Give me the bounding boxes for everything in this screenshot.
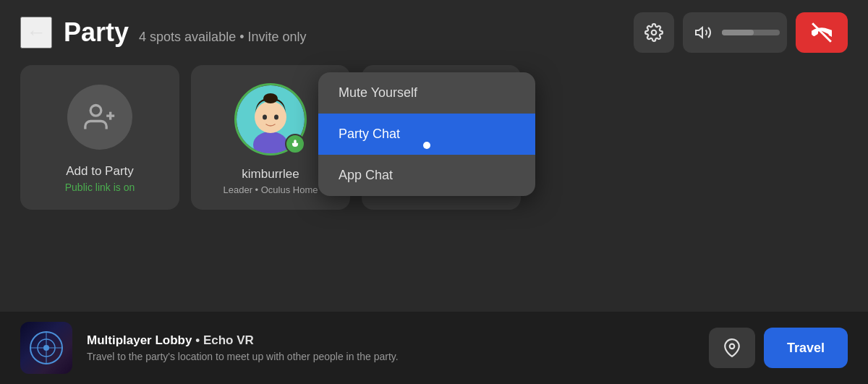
game-thumbnail xyxy=(20,322,72,374)
radio-dot xyxy=(423,142,430,149)
phone-end-icon xyxy=(812,22,832,43)
page-title: Party xyxy=(64,17,129,48)
member-status: Leader • Oculus Home xyxy=(223,184,318,195)
travel-button[interactable]: Travel xyxy=(764,328,848,368)
game-title-multiplayer: Multiplayer Lobby xyxy=(87,333,192,347)
svg-point-0 xyxy=(652,30,657,35)
dropdown-menu: Mute Yourself Party Chat App Chat xyxy=(318,72,535,196)
bottom-actions: Travel xyxy=(709,328,848,368)
header-actions xyxy=(634,12,848,53)
dropdown-item-app-chat[interactable]: App Chat xyxy=(318,155,535,196)
back-arrow-icon: ← xyxy=(26,22,46,43)
add-party-sublabel: Public link is on xyxy=(65,182,135,193)
dropdown-item-mute[interactable]: Mute Yourself xyxy=(318,72,535,114)
add-party-label: Add to Party xyxy=(66,164,134,179)
game-title: Multiplayer Lobby • Echo VR xyxy=(87,333,694,348)
svg-point-8 xyxy=(255,101,286,133)
avatar-wrap xyxy=(234,83,307,155)
settings-button[interactable] xyxy=(634,12,674,53)
volume-slider-fill xyxy=(722,30,754,35)
echo-vr-logo xyxy=(28,330,64,366)
header-subtitle: 4 spots available • Invite only xyxy=(139,30,306,45)
speaker-icon xyxy=(694,24,712,41)
game-info: Multiplayer Lobby • Echo VR Travel to th… xyxy=(87,333,694,362)
main-content: Add to Party Public link is on ⋮ xyxy=(0,65,868,210)
dropdown-item-party-chat[interactable]: Party Chat xyxy=(318,114,535,155)
end-call-button[interactable] xyxy=(796,12,848,53)
svg-marker-1 xyxy=(696,27,702,38)
back-button[interactable]: ← xyxy=(20,17,52,48)
svg-point-9 xyxy=(263,93,278,103)
add-to-party-card[interactable]: Add to Party Public link is on xyxy=(20,65,179,210)
svg-point-3 xyxy=(90,106,101,116)
location-icon xyxy=(723,338,741,357)
game-thumb-inner xyxy=(20,322,72,374)
game-description: Travel to the party's location to meet u… xyxy=(87,351,694,362)
location-button[interactable] xyxy=(709,328,755,368)
svg-point-31 xyxy=(730,344,735,349)
svg-point-10 xyxy=(263,114,267,119)
volume-control[interactable] xyxy=(683,12,787,53)
mic-badge xyxy=(285,134,305,154)
bottom-bar: Multiplayer Lobby • Echo VR Travel to th… xyxy=(0,312,868,384)
svg-point-11 xyxy=(274,114,278,119)
header-title-group: Party 4 spots available • Invite only xyxy=(64,17,307,48)
header: ← Party 4 spots available • Invite only xyxy=(0,0,868,65)
volume-slider[interactable] xyxy=(722,30,780,35)
game-title-name: Echo VR xyxy=(203,333,254,347)
microphone-icon xyxy=(290,139,300,149)
add-person-icon xyxy=(84,101,116,133)
add-circle xyxy=(67,85,132,150)
member-name: kimburrlee xyxy=(242,167,299,182)
volume-icon-button[interactable] xyxy=(690,20,716,46)
gear-icon xyxy=(644,23,663,42)
game-title-separator: • xyxy=(195,333,203,347)
